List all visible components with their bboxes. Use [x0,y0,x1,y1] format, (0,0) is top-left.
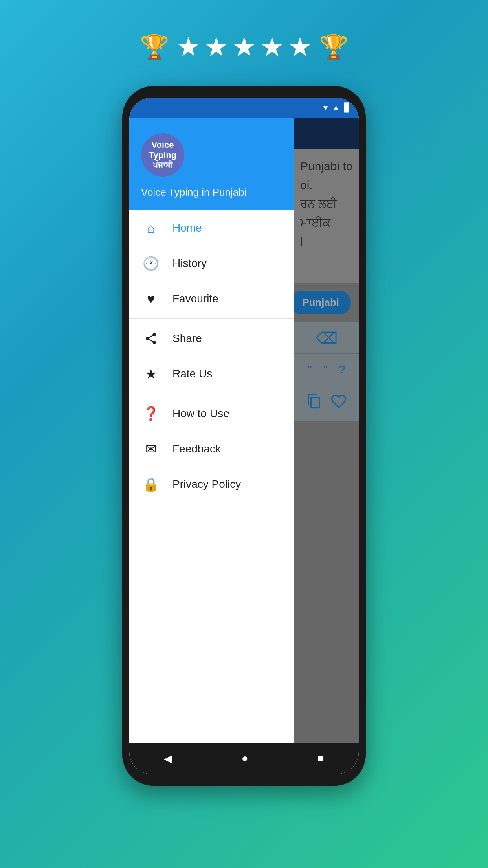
star-1: ★ [176,31,200,63]
trophy-right-icon: 🏆 [319,33,349,61]
menu-label-home: Home [172,222,202,234]
navigation-drawer: Voice Typing ਪੰਜਾਬੀ Voice Typing in Punj… [129,118,294,743]
star-2: ★ [204,31,228,63]
drawer-menu: ⌂ Home 🕐 History ♥ Favourite [129,210,294,743]
menu-item-favourite[interactable]: ♥ Favourite [129,281,294,316]
logo-line2: Typing [149,150,176,160]
app-content: Voice Typing ਪੰਜਾਬੀ Voice Typing in Punj… [129,118,359,743]
menu-item-home[interactable]: ⌂ Home [129,210,294,246]
signal-icon: ▲ [332,103,340,113]
main-area: Punjabi tooi.ਰਨ ਲਈ ਮਾਈਕl Punjabi ⌫ " " ? [294,118,359,743]
star-3: ★ [232,31,256,63]
battery-icon: ▊ [344,103,351,113]
menu-divider-2 [129,394,294,394]
menu-item-privacy-policy[interactable]: 🔒 Privacy Policy [129,467,294,502]
home-icon: ⌂ [141,218,161,238]
drawer-header: Voice Typing ਪੰਜਾਬੀ Voice Typing in Punj… [129,118,294,210]
status-bar: ▾ ▲ ▊ [129,98,359,118]
favourite-icon: ♥ [141,289,161,309]
navigation-bar: ◀ ● ■ [129,743,359,774]
star-5: ★ [288,31,312,63]
star-4: ★ [260,31,284,63]
stars-container: ★ ★ ★ ★ ★ [176,31,312,63]
phone-screen: ▾ ▲ ▊ Voice Typing ਪੰਜਾਬੀ Voice Typing i… [129,98,359,774]
menu-label-favourite: Favourite [172,292,218,305]
logo-line1: Voice [151,140,174,150]
wifi-icon: ▾ [323,103,328,113]
menu-item-history[interactable]: 🕐 History [129,246,294,281]
phone-frame: ▾ ▲ ▊ Voice Typing ਪੰਜਾਬੀ Voice Typing i… [122,86,366,786]
menu-item-share[interactable]: Share [129,321,294,356]
menu-label-privacy-policy: Privacy Policy [172,478,241,491]
menu-label-how-to-use: How to Use [172,407,229,420]
menu-divider-1 [129,318,294,319]
trophy-left-icon: 🏆 [140,33,169,61]
rate-us-icon: ★ [141,364,161,384]
feedback-icon: ✉ [141,439,161,459]
home-button[interactable]: ● [242,752,248,765]
menu-label-share: Share [172,332,202,345]
menu-label-rate-us: Rate Us [172,368,212,380]
menu-label-history: History [172,257,207,270]
drawer-overlay[interactable] [294,118,359,743]
app-logo: Voice Typing ਪੰਜਾਬੀ [141,133,184,177]
menu-item-how-to-use[interactable]: ❓ How to Use [129,396,294,431]
menu-item-rate-us[interactable]: ★ Rate Us [129,356,294,392]
drawer-app-title: Voice Typing in Punjabi [141,186,246,199]
back-button[interactable]: ◀ [164,752,172,765]
how-to-use-icon: ❓ [141,404,161,423]
logo-line3: ਪੰਜਾਬੀ [153,160,172,170]
history-icon: 🕐 [141,254,161,273]
menu-label-feedback: Feedback [172,443,221,455]
rating-area: 🏆 ★ ★ ★ ★ ★ 🏆 [140,31,349,63]
privacy-policy-icon: 🔒 [141,474,161,494]
share-icon [141,329,161,348]
recent-button[interactable]: ■ [317,752,324,765]
menu-item-feedback[interactable]: ✉ Feedback [129,431,294,467]
